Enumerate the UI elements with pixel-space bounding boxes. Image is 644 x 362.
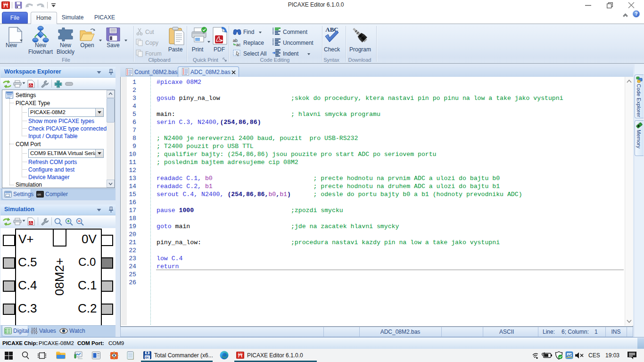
svg-text:64: 64	[145, 356, 149, 359]
svg-text:on: on	[37, 193, 41, 196]
svg-text:ac: ac	[236, 42, 241, 47]
